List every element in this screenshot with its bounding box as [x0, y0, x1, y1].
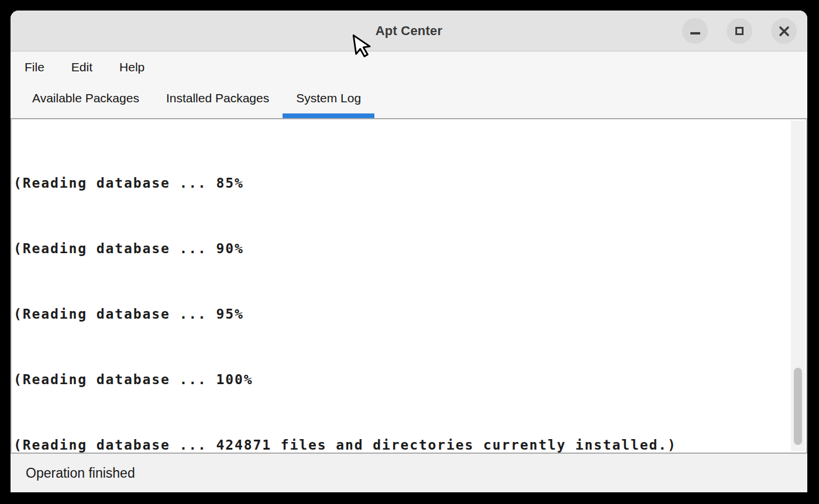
tab[interactable]: Available Packages [19, 82, 153, 118]
log-line: (Reading database ... 100% [13, 371, 806, 388]
tab-label: Available Packages [32, 91, 139, 105]
log-line: (Reading database ... 90% [13, 240, 806, 257]
tab-label: Installed Packages [166, 91, 269, 105]
close-button[interactable] [771, 18, 797, 44]
status-text: Operation finished [26, 465, 135, 481]
tabbar: Available Packages Installed Packages Sy… [11, 82, 807, 118]
window-controls [682, 18, 797, 44]
scrollbar-thumb[interactable] [794, 368, 802, 445]
scrollbar-track[interactable] [791, 120, 805, 451]
menu-item[interactable]: File [25, 60, 44, 74]
apt-center-window: Apt Center File Edit Help [11, 11, 807, 492]
tab[interactable]: Installed Packages [153, 82, 283, 118]
maximize-button[interactable] [727, 18, 752, 44]
minimize-icon [690, 32, 700, 34]
log-line: (Reading database ... 95% [13, 306, 806, 322]
log-line: (Reading database ... 85% [13, 175, 806, 191]
mouse-cursor-icon [352, 32, 376, 61]
menu-item[interactable]: Help [119, 60, 144, 74]
maximize-icon [735, 27, 744, 35]
tab-label: System Log [296, 91, 361, 105]
close-icon [779, 26, 790, 37]
system-log-output[interactable]: (Reading database ... 85% (Reading datab… [11, 118, 807, 454]
menu-item[interactable]: Edit [71, 60, 92, 74]
statusbar: Operation finished [11, 454, 807, 492]
log-line: (Reading database ... 424871 files and d… [13, 437, 806, 453]
window-title: Apt Center [376, 23, 442, 39]
tab[interactable]: System Log [283, 82, 374, 118]
titlebar[interactable]: Apt Center [11, 11, 807, 51]
menubar: File Edit Help [11, 52, 807, 82]
minimize-button[interactable] [682, 18, 708, 44]
log-text: (Reading database ... 85% (Reading datab… [13, 118, 806, 454]
